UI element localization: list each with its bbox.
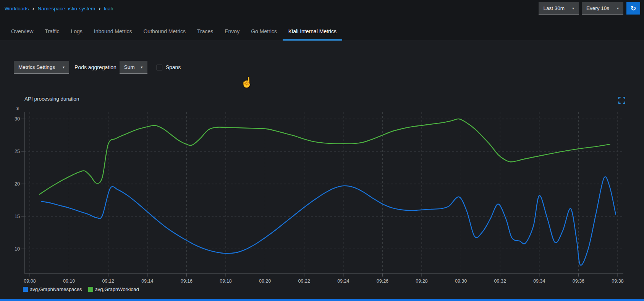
aggregation-value: Sum xyxy=(124,64,135,70)
breadcrumb-item-namespace-istio-system[interactable]: Namespace: istio-system xyxy=(38,6,95,11)
spans-checkbox[interactable] xyxy=(157,65,162,70)
svg-text:09:16: 09:16 xyxy=(181,278,193,284)
svg-text:09:34: 09:34 xyxy=(533,278,545,284)
svg-text:09:22: 09:22 xyxy=(298,278,310,284)
content-panel: Metrics Settings ▾ Pods aggregation Sum … xyxy=(0,41,644,299)
svg-text:10: 10 xyxy=(15,246,20,252)
svg-text:09:08: 09:08 xyxy=(24,278,36,284)
tab-inbound-metrics[interactable]: Inbound Metrics xyxy=(88,24,138,41)
bottom-accent-bar xyxy=(0,299,644,301)
chevron-down-icon: ▾ xyxy=(572,6,574,10)
legend-label: avg,GraphNamespaces xyxy=(30,286,82,292)
metrics-settings-dropdown[interactable]: Metrics Settings ▾ xyxy=(14,61,69,74)
chart-legend: avg,GraphNamespacesavg,GraphWorkload xyxy=(0,286,644,292)
breadcrumb-item-kiali[interactable]: kiali xyxy=(104,6,113,11)
svg-text:09:32: 09:32 xyxy=(494,278,506,284)
spans-label: Spans xyxy=(166,64,181,70)
tab-overview[interactable]: Overview xyxy=(5,24,39,41)
refresh-button[interactable]: ↻ xyxy=(626,2,640,15)
breadcrumb: Workloads›Namespace: istio-system›kiali xyxy=(5,5,113,12)
svg-text:09:12: 09:12 xyxy=(102,278,114,284)
aggregation-dropdown[interactable]: Sum ▾ xyxy=(120,61,147,74)
metrics-toolbar: Metrics Settings ▾ Pods aggregation Sum … xyxy=(0,41,644,74)
svg-text:09:30: 09:30 xyxy=(455,278,467,284)
legend-swatch xyxy=(23,287,28,292)
svg-text:20: 20 xyxy=(15,181,20,187)
svg-text:30: 30 xyxy=(15,116,20,122)
svg-text:09:26: 09:26 xyxy=(377,278,388,284)
svg-text:25: 25 xyxy=(15,149,20,154)
svg-text:09:38: 09:38 xyxy=(612,278,623,284)
breadcrumb-item-workloads[interactable]: Workloads xyxy=(5,6,29,11)
chevron-down-icon: ▾ xyxy=(617,6,619,10)
expand-icon xyxy=(618,97,625,104)
tab-outbound-metrics[interactable]: Outbound Metrics xyxy=(138,24,191,41)
tab-bar: OverviewTrafficLogsInbound MetricsOutbou… xyxy=(0,17,644,41)
legend-label: avg,GraphWorkload xyxy=(95,286,139,292)
svg-text:09:18: 09:18 xyxy=(220,278,231,284)
legend-item-avg-graphnamespaces[interactable]: avg,GraphNamespaces xyxy=(23,286,82,292)
legend-swatch xyxy=(88,287,93,292)
expand-chart-button[interactable] xyxy=(618,97,625,104)
refresh-interval-dropdown[interactable]: Every 10s ▾ xyxy=(582,2,623,15)
metrics-settings-label: Metrics Settings xyxy=(18,64,55,70)
page-header: Workloads›Namespace: istio-system›kiali … xyxy=(0,0,644,17)
svg-text:09:20: 09:20 xyxy=(259,278,271,284)
breadcrumb-separator-icon: › xyxy=(99,5,100,11)
tab-go-metrics[interactable]: Go Metrics xyxy=(245,24,283,41)
tab-traffic[interactable]: Traffic xyxy=(39,24,65,41)
tab-envoy[interactable]: Envoy xyxy=(219,24,245,41)
line-chart: 101520253009:0809:1009:1209:1409:1609:18… xyxy=(0,104,644,286)
metrics-chart-card: API processing duration 101520253009:080… xyxy=(0,81,644,292)
spans-toggle: Spans xyxy=(157,64,181,70)
duration-dropdown[interactable]: Last 30m ▾ xyxy=(539,2,579,15)
svg-text:s: s xyxy=(16,105,19,111)
refresh-icon: ↻ xyxy=(631,5,636,13)
tab-logs[interactable]: Logs xyxy=(65,24,88,41)
chevron-down-icon: ▾ xyxy=(141,65,143,69)
chevron-down-icon: ▾ xyxy=(63,65,65,69)
tab-kiali-internal-metrics[interactable]: Kiali Internal Metrics xyxy=(283,24,342,41)
svg-text:09:24: 09:24 xyxy=(337,278,349,284)
svg-text:09:36: 09:36 xyxy=(573,278,584,284)
svg-text:09:14: 09:14 xyxy=(141,278,153,284)
legend-item-avg-graphworkload[interactable]: avg,GraphWorkload xyxy=(88,286,139,292)
pods-aggregation-label: Pods aggregation xyxy=(74,64,117,70)
svg-text:09:10: 09:10 xyxy=(63,278,75,284)
refresh-interval-value: Every 10s xyxy=(586,5,609,11)
chart-title: API processing duration xyxy=(0,81,644,104)
svg-text:09:28: 09:28 xyxy=(416,278,427,284)
svg-text:15: 15 xyxy=(15,214,20,219)
duration-value: Last 30m xyxy=(543,5,565,11)
time-controls: Last 30m ▾ Every 10s ▾ ↻ xyxy=(539,2,640,15)
breadcrumb-separator-icon: › xyxy=(32,5,34,11)
tab-traces[interactable]: Traces xyxy=(191,24,219,41)
